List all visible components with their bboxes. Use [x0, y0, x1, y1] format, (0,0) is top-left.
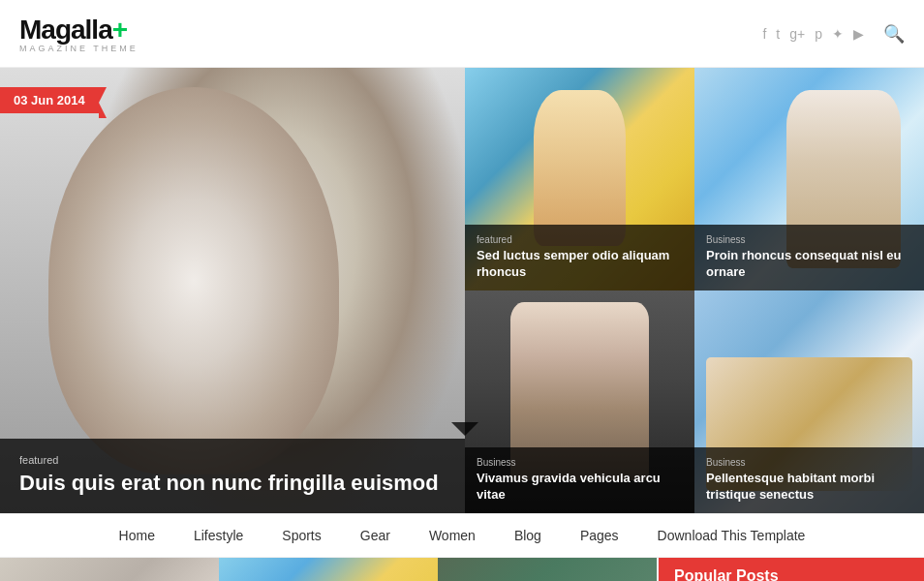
sidebar: Popular Posts 01 Duis Quis Erat Non Nunc…	[659, 558, 924, 581]
googleplus-icon[interactable]: g+	[789, 26, 805, 42]
grid-item-4[interactable]: Business Pellentesque habitant morbi tri…	[694, 290, 924, 513]
grid-cat-2: Business	[706, 234, 912, 245]
nav-home[interactable]: Home	[100, 514, 174, 557]
nav-sports[interactable]: Sports	[262, 514, 340, 557]
hero-grid: featured Sed luctus semper odio aliquam …	[465, 68, 924, 513]
grid-cat-3: Business	[477, 457, 683, 468]
nav-blog[interactable]: Blog	[495, 514, 561, 557]
social-icons: f t g+ p ✦ ▶	[762, 26, 864, 42]
grid-title-4: Pellentesque habitant morbi tristique se…	[706, 471, 912, 504]
grid-item-3[interactable]: Business Vivamus gravida vehicula arcu v…	[465, 290, 694, 513]
popular-posts-header: Popular Posts	[659, 558, 924, 581]
nav-pages[interactable]: Pages	[561, 514, 638, 557]
hero-arrow	[451, 422, 478, 436]
bottom-images	[0, 558, 659, 581]
grid-title-3: Vivamus gravida vehicula arcu vitae	[477, 471, 683, 504]
grid-caption-1: featured Sed luctus semper odio aliquam …	[465, 225, 694, 290]
logo-plus: +	[112, 15, 127, 45]
nav-women[interactable]: Women	[410, 514, 495, 557]
grid-item-1[interactable]: featured Sed luctus semper odio aliquam …	[465, 68, 694, 290]
grid-caption-4: Business Pellentesque habitant morbi tri…	[694, 447, 924, 513]
logo[interactable]: Magalla+ MAGAZINE THEME	[19, 15, 139, 53]
instagram-icon[interactable]: ✦	[832, 26, 844, 42]
grid-title-1: Sed luctus semper odio aliquam rhoncus	[477, 248, 683, 281]
header-right: f t g+ p ✦ ▶ 🔍	[762, 23, 905, 45]
grid-caption-2: Business Proin rhoncus consequat nisl eu…	[694, 225, 924, 290]
bottom-image-2[interactable]	[219, 558, 438, 581]
logo-text: Magalla+	[19, 15, 139, 46]
nav-lifestyle[interactable]: Lifestyle	[174, 514, 262, 557]
pinterest-icon[interactable]: p	[815, 26, 822, 42]
facebook-icon[interactable]: f	[762, 26, 766, 42]
nav-gear[interactable]: Gear	[341, 514, 410, 557]
header: Magalla+ MAGAZINE THEME f t g+ p ✦ ▶ 🔍	[0, 0, 924, 68]
bottom-section: Popular Posts 01 Duis Quis Erat Non Nunc…	[0, 558, 924, 581]
bottom-image-3[interactable]	[438, 558, 657, 581]
nav-bar: Home Lifestyle Sports Gear Women Blog Pa…	[0, 513, 924, 558]
grid-item-2[interactable]: Business Proin rhoncus consequat nisl eu…	[694, 68, 924, 290]
search-button[interactable]: 🔍	[883, 23, 905, 45]
bottom-image-1[interactable]	[0, 558, 219, 581]
date-badge: 03 Jun 2014	[0, 87, 99, 113]
twitter-icon[interactable]: t	[776, 26, 780, 42]
hero-main-title: Duis quis erat non nunc fringilla euismo…	[19, 470, 446, 498]
nav-download[interactable]: Download This Template	[638, 514, 825, 557]
grid-cat-1: featured	[477, 234, 683, 245]
hero-section: 03 Jun 2014 featured Duis quis erat non …	[0, 68, 924, 513]
hero-main-article[interactable]: 03 Jun 2014 featured Duis quis erat non …	[0, 68, 465, 513]
hero-main-caption: featured Duis quis erat non nunc fringil…	[0, 439, 465, 513]
grid-caption-3: Business Vivamus gravida vehicula arcu v…	[465, 447, 694, 513]
hero-main-category: featured	[19, 454, 446, 466]
logo-subtitle: MAGAZINE THEME	[19, 44, 139, 53]
grid-title-2: Proin rhoncus consequat nisl eu ornare	[706, 248, 912, 281]
youtube-icon[interactable]: ▶	[853, 26, 864, 42]
grid-cat-4: Business	[706, 457, 912, 468]
